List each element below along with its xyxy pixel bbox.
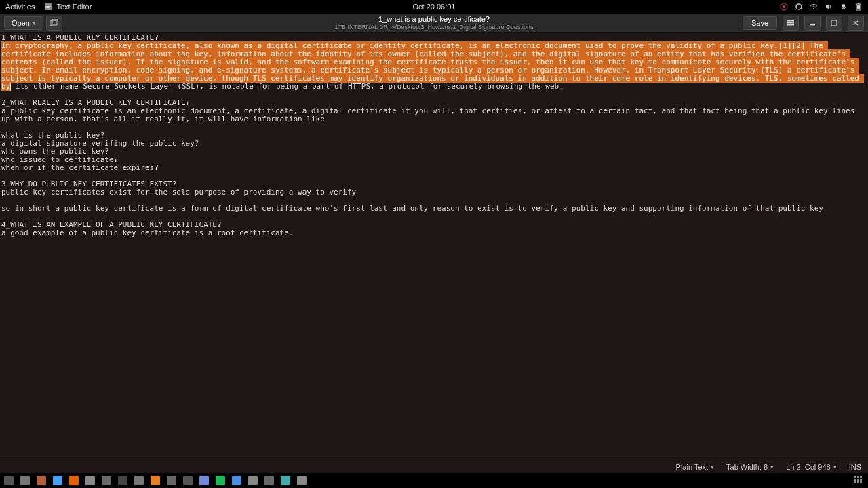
app-menu[interactable]: Text Editor [44, 3, 92, 11]
q-line: when or if the certificate expires? [1, 163, 159, 172]
para-2a: a public key certificate is an electroni… [1, 106, 859, 123]
spotify-icon[interactable] [216, 476, 225, 485]
chevron-down-icon: ▾ [833, 464, 837, 470]
camera-icon[interactable] [167, 476, 176, 485]
chrome-icon[interactable] [53, 476, 62, 485]
text-editor-icon [44, 3, 52, 11]
svg-rect-10 [857, 5, 860, 9]
writer-icon[interactable] [281, 476, 290, 485]
hex-icon[interactable] [85, 476, 95, 485]
chevron-down-icon: ▾ [33, 20, 36, 26]
grid-app-icon[interactable] [183, 476, 193, 485]
open-button-label: Open [12, 19, 30, 27]
clock[interactable]: Oct 20 06:01 [413, 3, 456, 11]
maximize-button[interactable] [826, 16, 842, 30]
svg-point-6 [796, 4, 802, 9]
vlc-icon[interactable] [151, 476, 160, 485]
tab-width-selector[interactable]: Tab Width: 8▾ [726, 463, 774, 471]
volume-icon[interactable] [825, 3, 833, 11]
calendar-icon[interactable] [37, 476, 46, 485]
svg-rect-17 [810, 24, 815, 26]
svg-rect-16 [787, 24, 794, 26]
para-3b: so in short a public key certificate is … [1, 204, 823, 213]
mic-icon[interactable] [840, 3, 848, 11]
firefox-icon[interactable] [69, 476, 79, 485]
screen-record-icon[interactable] [780, 3, 788, 11]
svg-rect-11 [858, 3, 859, 4]
steam-icon[interactable] [102, 476, 111, 485]
para-4: a good example of a public key certifica… [1, 228, 293, 237]
terminal-icon[interactable] [118, 476, 127, 485]
svg-rect-1 [45, 5, 51, 5]
text-editor-view[interactable]: 1_WHAT IS A PUBLIC KEY CERTIFICATE? In c… [0, 33, 868, 460]
editor-titlebar: Open ▾ 1_what is a public key certificat… [0, 14, 868, 33]
tab-width-label: Tab Width: 8 [726, 463, 768, 471]
gnome-top-panel: Activities Text Editor Oct 20 06:01 [0, 0, 868, 14]
screenshot-icon[interactable] [20, 476, 30, 485]
document-path: 1TB INTERNAL DRI ~/Desktop/3_How...ns/1_… [334, 24, 533, 31]
close-button[interactable] [848, 16, 864, 30]
discord-icon[interactable] [199, 476, 209, 485]
minimize-button[interactable] [804, 16, 821, 30]
cursor-position[interactable]: Ln 2, Col 948▾ [786, 463, 836, 471]
gedit-icon[interactable] [248, 476, 258, 485]
battery-icon[interactable] [854, 3, 863, 11]
app-menu-label: Text Editor [56, 3, 92, 11]
settings-icon[interactable] [134, 476, 144, 485]
hamburger-menu-button[interactable] [783, 16, 799, 30]
svg-rect-18 [831, 20, 837, 26]
svg-rect-2 [45, 6, 51, 7]
activities-button[interactable]: Activities [5, 3, 35, 11]
save-button[interactable]: Save [743, 16, 777, 30]
svg-rect-15 [787, 22, 794, 24]
cursor-position-label: Ln 2, Col 948 [786, 463, 830, 471]
svg-point-7 [813, 8, 814, 9]
wifi-icon[interactable] [810, 3, 818, 11]
svg-rect-3 [45, 7, 50, 8]
new-tab-button[interactable] [46, 16, 62, 30]
title-block: 1_what is a public key certificate? 1TB … [334, 15, 533, 31]
bottom-dock [0, 473, 868, 488]
dvd-icon[interactable] [264, 476, 274, 485]
svg-rect-14 [787, 20, 794, 22]
cinema-icon[interactable] [297, 476, 307, 485]
svg-point-5 [783, 5, 785, 8]
chevron-down-icon: ▾ [770, 464, 774, 470]
syntax-selector[interactable]: Plain Text▾ [676, 463, 715, 471]
insert-mode-indicator[interactable]: INS [849, 463, 861, 471]
chevron-down-icon: ▾ [711, 464, 714, 470]
open-button[interactable]: Open ▾ [4, 16, 43, 30]
svg-rect-13 [52, 19, 58, 24]
para-1-tail: its older name Secure Sockets Layer (SSL… [11, 82, 564, 91]
syntax-label: Plain Text [676, 463, 709, 471]
files-icon[interactable] [4, 476, 14, 485]
svg-rect-8 [842, 4, 845, 8]
para-3a: public key certificates exist for the so… [1, 188, 356, 197]
chat-icon[interactable] [232, 476, 241, 485]
sync-icon[interactable] [795, 3, 803, 11]
svg-rect-12 [51, 20, 56, 26]
document-title: 1_what is a public key certificate? [334, 15, 533, 24]
show-applications-button[interactable] [854, 476, 864, 485]
editor-statusbar: Plain Text▾ Tab Width: 8▾ Ln 2, Col 948▾… [0, 460, 868, 473]
